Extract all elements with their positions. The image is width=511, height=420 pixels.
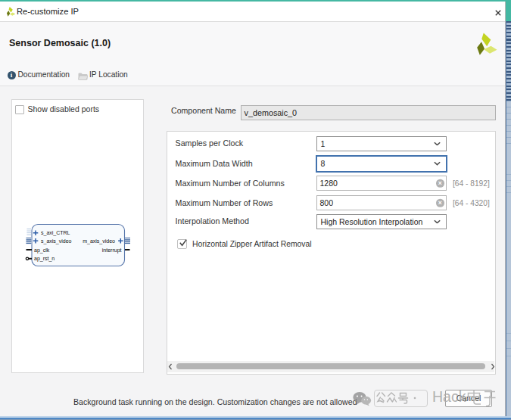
svg-text:ap_rst_n: ap_rst_n bbox=[34, 256, 55, 262]
svg-text:m_axis_video: m_axis_video bbox=[83, 238, 115, 244]
svg-text:s_axis_video: s_axis_video bbox=[41, 238, 72, 244]
svg-text:s_axi_CTRL: s_axi_CTRL bbox=[41, 230, 70, 236]
svg-text:ap_clk: ap_clk bbox=[34, 247, 50, 254]
svg-text:interrupt: interrupt bbox=[102, 247, 122, 254]
